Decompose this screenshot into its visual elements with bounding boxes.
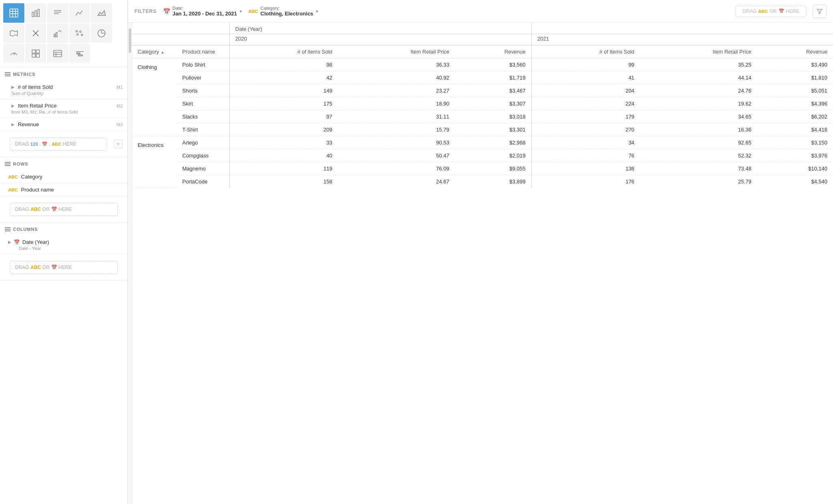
th-2021-price: Item Retail Price (640, 45, 757, 58)
table-row: Skirt17518.90$3,30722419.62$4,396 (132, 97, 833, 110)
filter-category[interactable]: ABC Category: Clothing, Electronics ▾ (248, 6, 318, 17)
metric-sub-1: Sum of Quantity (11, 91, 123, 96)
table-row: T-Shirt20915.79$3,30127016.36$4,418 (132, 123, 833, 136)
table-cell: 19.62 (640, 97, 757, 110)
table-cell: 98 (229, 58, 338, 71)
metric-revenue[interactable]: ▶ Revenue M3 (0, 118, 127, 131)
table-cell: 119 (229, 162, 338, 175)
metric-chevron-1: ▶ (11, 85, 15, 89)
table-cell: 224 (531, 97, 640, 110)
rows-section: ROWS ABC Category ABC Product name DRAG … (0, 157, 127, 223)
svg-line-23 (14, 52, 15, 55)
chart-btn-gantt[interactable] (69, 44, 90, 63)
metric-name-3: Revenue (18, 121, 39, 127)
table-cell: 40.92 (338, 71, 455, 84)
table-cell: $3,899 (455, 175, 531, 188)
svg-rect-7 (38, 9, 39, 17)
data-table: Date (Year) 2020 2021 (132, 23, 833, 188)
svg-point-16 (77, 34, 78, 35)
table-cell: 270 (531, 123, 640, 136)
chart-btn-area[interactable] (91, 3, 112, 23)
metrics-menu-icon (5, 72, 11, 76)
table-cell: 24.67 (338, 175, 455, 188)
th-2020-revenue: Revenue (455, 45, 531, 58)
filter-bar: FILTERS 📅 Date: Jan 1, 2020 - Dec 31, 20… (128, 0, 833, 23)
scroll-thumb[interactable] (129, 28, 131, 53)
table-cell: Compglass (177, 149, 229, 162)
chart-btn-line[interactable] (69, 3, 90, 23)
table-cell: 90.53 (338, 136, 455, 149)
metrics-label: METRICS (13, 72, 35, 77)
chart-btn-gauge[interactable] (3, 44, 24, 63)
table-cell: 209 (229, 123, 338, 136)
table-cell: $2,988 (455, 136, 531, 149)
abc-tag-category: ABC (8, 174, 18, 179)
chart-btn-table[interactable] (3, 3, 24, 23)
table-row: Slacks9731.11$3,01817934.65$6,202 (132, 110, 833, 123)
chart-btn-bar[interactable] (25, 3, 46, 23)
table-cell: $3,307 (455, 97, 531, 110)
filter-funnel-button[interactable] (813, 4, 827, 18)
row-label-category: Category (21, 174, 43, 180)
th-sub-spacer (132, 34, 229, 45)
table-cell: $3,018 (455, 110, 531, 123)
chart-btn-scatter[interactable] (69, 24, 90, 43)
metric-retail-price[interactable]: ▶ Item Retail Price M2 from M3, M1; Ra..… (0, 99, 127, 118)
table-cell: 40 (229, 149, 338, 162)
metrics-drag-zone[interactable]: DRAG 123 , 📅 , ABC HERE (10, 138, 107, 151)
col-sub-date: Date - Year (19, 246, 123, 251)
table-cell: T-Shirt (177, 123, 229, 136)
table-cell: 179 (531, 110, 640, 123)
row-item-product[interactable]: ABC Product name (0, 183, 127, 196)
table-cell: 41 (531, 71, 640, 84)
chart-btn-cross[interactable] (25, 24, 46, 43)
metrics-add-button[interactable]: + (114, 140, 123, 149)
th-date-year: Date (Year) (229, 23, 531, 34)
columns-drag-zone[interactable]: DRAG ABC OR 📅 HERE (10, 261, 118, 274)
svg-point-19 (76, 30, 78, 32)
table-cell: 204 (531, 84, 640, 97)
svg-rect-14 (54, 34, 55, 37)
svg-rect-5 (32, 12, 34, 17)
svg-rect-24 (32, 50, 35, 53)
svg-rect-25 (36, 50, 39, 53)
filter-drag-zone[interactable]: DRAG ABC OR 📅 HERE (736, 6, 806, 17)
rows-drag-zone[interactable]: DRAG ABC OR 📅 HERE (10, 203, 118, 216)
metric-items-sold[interactable]: ▶ # of items Sold M1 Sum of Quantity (0, 81, 127, 99)
chart-btn-map[interactable] (3, 24, 24, 43)
rows-header: ROWS (0, 157, 127, 170)
table-cell: 158 (229, 175, 338, 188)
filter-date[interactable]: 📅 Date: Jan 1, 2020 - Dec 31, 2021 ▾ (163, 6, 242, 17)
th-2020-sold: # of items Sold (229, 45, 338, 58)
table-cell: 35.25 (640, 58, 757, 71)
sort-arrow-category[interactable]: ▲ (160, 50, 164, 54)
svg-rect-34 (78, 55, 82, 56)
table-cell: $2,019 (455, 149, 531, 162)
chart-btn-table2[interactable] (47, 44, 68, 63)
table-cell: 138 (531, 162, 640, 175)
svg-rect-26 (32, 54, 35, 57)
chart-btn-pie[interactable] (91, 24, 112, 43)
table-cell: 15.79 (338, 123, 455, 136)
metric-sub-2: from M3, M1; Ra...# of items Sold (11, 110, 123, 114)
table-cell: 76.09 (338, 162, 455, 175)
th-2021-revenue: Revenue (757, 45, 833, 58)
col-item-date-year[interactable]: ▶ 📅 Date (Year) Date - Year (0, 236, 127, 254)
chart-btn-text[interactable] (47, 3, 68, 23)
metric-name-2: Item Retail Price (18, 103, 56, 109)
table-cell: 92.65 (640, 136, 757, 149)
scrollbar[interactable] (128, 23, 132, 504)
metric-chevron-3: ▶ (11, 122, 15, 127)
row-item-category[interactable]: ABC Category (0, 170, 127, 183)
table-cell: Artego (177, 136, 229, 149)
table-cell: 42 (229, 71, 338, 84)
col-chevron-date: ▶ (8, 240, 11, 244)
th-product: Product name (177, 45, 229, 58)
th-category: Category ▲ (132, 45, 177, 58)
category-cell: Clothing (132, 58, 177, 136)
filter-date-value: Jan 1, 2020 - Dec 31, 2021 (173, 11, 237, 17)
chart-btn-block[interactable] (25, 44, 46, 63)
table-cell: Slacks (177, 110, 229, 123)
chart-btn-combo[interactable] (47, 24, 68, 43)
th-spacer (132, 23, 229, 34)
